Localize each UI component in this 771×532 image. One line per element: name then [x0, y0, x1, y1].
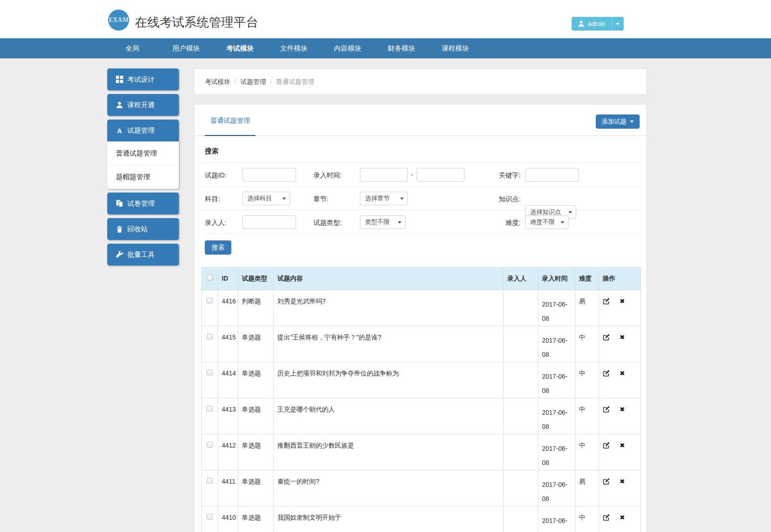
- entry-person-label: 录入人:: [205, 219, 227, 227]
- edit-icon[interactable]: [603, 334, 610, 341]
- row-checkbox[interactable]: [207, 514, 213, 520]
- cell-content: 我国奴隶制文明开始于: [274, 506, 504, 532]
- entry-time-end-input[interactable]: [417, 168, 464, 182]
- row-checkbox[interactable]: [207, 370, 213, 376]
- breadcrumb-separator: /: [234, 78, 236, 86]
- breadcrumb-item-exam-module[interactable]: 考试模块: [205, 78, 230, 86]
- difficulty-select[interactable]: 难度不限: [525, 215, 568, 229]
- cell-id: 4412: [218, 434, 238, 470]
- select-all-checkbox[interactable]: [207, 275, 213, 281]
- sidebar-item-label: 考试设计: [127, 75, 155, 84]
- search-button[interactable]: 搜索: [205, 240, 231, 255]
- knowledge-label: 知识点:: [468, 195, 521, 203]
- row-checkbox[interactable]: [207, 297, 213, 303]
- cell-entry-person: [504, 326, 538, 362]
- delete-icon[interactable]: ✖: [620, 334, 625, 341]
- table-row: 4415 单选题 提出"王侯将相，宁有种乎？"的是谁? 2017-06-08 中…: [202, 326, 641, 362]
- row-checkbox[interactable]: [207, 442, 213, 448]
- row-checkbox[interactable]: [207, 478, 213, 484]
- search-form-row-1: 试题ID: 录入时间: - 关键字:: [201, 163, 640, 187]
- nav-item-file-module[interactable]: 文件模块: [267, 38, 321, 58]
- search-section-title: 搜索: [205, 147, 646, 156]
- edit-icon[interactable]: [603, 514, 610, 521]
- sidebar-item-batch-tools[interactable]: 批量工具: [107, 244, 179, 266]
- table-row: 4416 判断题 刘秀是光武帝吗? 2017-06-08 易 ✖: [202, 290, 641, 326]
- subject-select[interactable]: 选择科目: [242, 192, 290, 205]
- cell-entry-time: 2017-06-08: [538, 470, 575, 506]
- question-manage-submenu: 普通试题管理 题帽题管理: [107, 141, 179, 189]
- cell-content: 历史上把项羽和刘邦为争夺帝位的战争称为: [274, 362, 504, 398]
- delete-icon[interactable]: ✖: [620, 514, 625, 521]
- svg-text:A: A: [117, 127, 122, 134]
- cell-type: 单选题: [238, 326, 274, 362]
- app-title: 在线考试系统管理平台: [135, 14, 258, 31]
- nav-item-exam-module[interactable]: 考试模块: [213, 38, 267, 58]
- entry-person-input[interactable]: [242, 215, 296, 229]
- sidebar-item-paper-manage[interactable]: 试卷管理: [107, 193, 179, 214]
- col-header-type: 试题类型: [238, 267, 274, 290]
- submenu-item-cap-question[interactable]: 题帽题管理: [107, 165, 179, 189]
- breadcrumb-item-question-manage[interactable]: 试题管理: [240, 78, 266, 86]
- nav-item-course-module[interactable]: 课程模块: [428, 38, 482, 58]
- col-header-entry-time: 录入时间: [538, 267, 575, 290]
- panel-tabs: 普通试题管理 添加试题: [194, 104, 646, 136]
- cell-entry-person: [504, 290, 538, 326]
- delete-icon[interactable]: ✖: [620, 442, 625, 449]
- sidebar-item-recycle-bin[interactable]: 回收站: [107, 218, 179, 240]
- sidebar-item-course-open[interactable]: 课程开通: [107, 94, 179, 116]
- top-header: EXAM 在线考试系统管理平台 admin: [0, 0, 771, 38]
- chevron-down-icon: [398, 221, 401, 224]
- delete-icon[interactable]: ✖: [620, 406, 625, 413]
- sidebar-item-label: 批量工具: [127, 250, 155, 259]
- sidebar-item-label: 试题管理: [127, 126, 155, 135]
- delete-icon[interactable]: ✖: [620, 297, 625, 305]
- delete-icon[interactable]: ✖: [620, 478, 625, 485]
- user-menu-caret[interactable]: [611, 17, 624, 31]
- entry-time-start-input[interactable]: [360, 168, 408, 182]
- nav-item-finance-module[interactable]: 财务模块: [375, 38, 428, 58]
- nav-item-global[interactable]: 全局: [105, 38, 159, 58]
- difficulty-select-value: 难度不限: [530, 218, 555, 226]
- row-checkbox[interactable]: [207, 406, 213, 412]
- edit-icon[interactable]: [603, 406, 610, 413]
- sidebar-item-exam-design[interactable]: 考试设计: [107, 68, 179, 90]
- table-row: 4414 单选题 历史上把项羽和刘邦为争夺帝位的战争称为 2017-06-08 …: [202, 362, 641, 398]
- cell-difficulty: 易: [575, 470, 599, 506]
- edit-icon[interactable]: [603, 478, 610, 485]
- delete-icon[interactable]: ✖: [620, 370, 625, 377]
- submenu-item-normal-question[interactable]: 普通试题管理: [107, 141, 179, 165]
- breadcrumb-panel: 考试模块 / 试题管理 / 普通试题管理: [194, 68, 647, 95]
- edit-icon[interactable]: [603, 442, 610, 449]
- user-menu-button[interactable]: admin: [572, 17, 624, 31]
- user-menu-main[interactable]: admin: [572, 17, 611, 31]
- chapter-select[interactable]: 选择章节: [360, 192, 408, 205]
- keyword-label: 关键字:: [468, 171, 521, 180]
- cell-entry-time: 2017-06-08: [538, 434, 575, 470]
- question-type-select-value: 类型不限: [365, 218, 390, 226]
- edit-icon[interactable]: [603, 297, 610, 305]
- keyword-input[interactable]: [525, 168, 579, 182]
- sidebar-item-label: 试卷管理: [127, 199, 155, 208]
- cell-type: 单选题: [238, 470, 274, 506]
- tab-normal-question-manage[interactable]: 普通试题管理: [205, 116, 255, 136]
- question-type-select[interactable]: 类型不限: [360, 215, 406, 229]
- breadcrumb-separator: /: [270, 78, 272, 86]
- chapter-select-value: 选择章节: [365, 194, 390, 203]
- nav-item-user-module[interactable]: 用户模块: [159, 38, 213, 58]
- row-checkbox[interactable]: [207, 334, 213, 339]
- cell-id: 4410: [218, 506, 238, 532]
- questions-table: ID 试题类型 试题内容 录入人 录入时间 难度 操作 4416 判断题 刘秀是…: [201, 267, 641, 532]
- question-id-input[interactable]: [242, 168, 296, 182]
- add-question-button[interactable]: 添加试题: [596, 115, 640, 129]
- sidebar-item-question-manage[interactable]: A 试题管理: [107, 120, 179, 141]
- nav-item-content-module[interactable]: 内容模块: [321, 38, 375, 58]
- chevron-down-icon: [400, 198, 404, 200]
- chapter-label: 章节:: [313, 195, 328, 203]
- nav-list: 全局 用户模块 考试模块 文件模块 内容模块 财务模块 课程模块: [105, 38, 482, 58]
- cell-difficulty: 中: [575, 326, 599, 362]
- cell-type: 判断题: [238, 290, 274, 326]
- edit-icon[interactable]: [603, 370, 610, 377]
- subject-label: 科目:: [205, 195, 220, 203]
- cell-entry-person: [504, 362, 538, 398]
- cell-entry-person: [504, 398, 538, 434]
